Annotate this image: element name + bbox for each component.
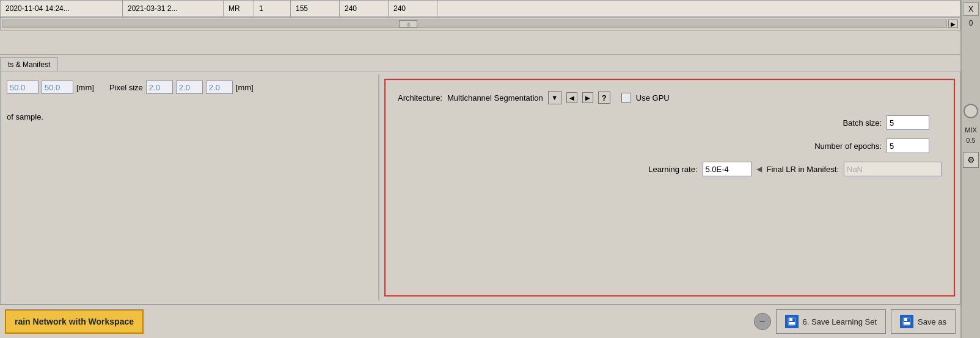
final-lr-label: Final LR in Manifest: [767,165,839,174]
scrollbar-track[interactable]: ||| [2,20,947,28]
batch-row: Batch size: [398,115,942,130]
svg-rect-1 [789,318,792,321]
save-as-button[interactable]: Save as [891,309,956,334]
gpu-label: Use GPU [636,93,670,102]
thumb-grip: ||| [406,21,410,27]
arch-box: Architecture: Multichannel Segmentation … [384,79,955,297]
col-155: 155 [291,1,340,16]
pixel-unit: [mm] [236,83,254,92]
train-btn-label: rain Network with Workspace [15,317,134,326]
svg-rect-5 [904,322,910,325]
right-circle-btn[interactable] [964,104,978,118]
epochs-input[interactable] [887,138,929,153]
size-row: [mm] Pixel size [mm] [7,81,361,94]
empty-area [0,31,960,55]
tab-bar: ts & Manifest [0,55,960,71]
train-network-button[interactable]: rain Network with Workspace [5,309,144,334]
right-panel: X 0 MIX 0.5 ⚙ [960,0,980,338]
vertical-separator [378,74,379,301]
col-1: 1 [254,1,291,16]
zero-value: 0 [969,19,973,27]
save-as-icon [900,315,913,328]
minus-button[interactable]: − [754,313,771,330]
close-icon: X [968,5,973,13]
mix-label: MIX [965,126,977,134]
lr-input[interactable] [703,162,751,176]
save-as-label: Save as [918,317,946,326]
size-unit: [mm] [76,83,94,92]
arch-nav-left[interactable]: ◀ [566,92,577,103]
mix-value: 0.5 [966,137,975,144]
gear-icon: ⚙ [967,155,975,165]
epochs-row: Number of epochs: [398,138,942,153]
size-input-2[interactable] [42,81,73,94]
horizontal-scrollbar[interactable]: ||| ▶ [0,17,960,31]
lr-row: Learning rate: ◀ Final LR in Manifest: [398,162,942,176]
col-date1: 2020-11-04 14:24... [1,1,123,16]
arch-value: Multichannel Segmentation [447,93,543,102]
col-240b: 240 [389,1,437,16]
lr-arrow-icon: ◀ [756,165,762,173]
svg-rect-2 [789,322,795,325]
save-learning-set-button[interactable]: 6. Save Learning Set [776,309,886,334]
scroll-right-arrow[interactable]: ▶ [948,20,958,28]
arch-nav-right[interactable]: ▶ [582,92,593,103]
gear-button[interactable]: ⚙ [963,152,979,168]
pixel-input-2[interactable] [176,81,203,94]
tab-manifest[interactable]: ts & Manifest [0,57,58,71]
arch-label: Architecture: [398,93,442,102]
final-lr-input [844,162,942,176]
pixel-size-label: Pixel size [109,83,143,92]
pixel-input-1[interactable] [146,81,173,94]
size-input-1[interactable] [7,81,38,94]
content-panel: [mm] Pixel size [mm] of sample. Architec… [0,71,960,304]
arch-dropdown-btn[interactable]: ▼ [548,91,561,104]
minus-icon: − [759,316,766,327]
col-date2: 2021-03-31 2... [123,1,224,16]
bottom-bar: rain Network with Workspace − 6. Save Le… [0,304,960,338]
arch-row: Architecture: Multichannel Segmentation … [398,91,942,104]
batch-input[interactable] [887,115,929,130]
arch-help-btn[interactable]: ? [598,92,610,104]
save-set-label: 6. Save Learning Set [803,317,877,326]
lr-label: Learning rate: [648,165,697,174]
sample-text: of sample. [7,112,361,121]
scrollbar-thumb[interactable]: ||| [399,20,417,27]
top-table: 2020-11-04 14:24... 2021-03-31 2... MR 1… [0,0,960,17]
batch-label: Batch size: [843,118,882,128]
save-set-icon [785,315,799,328]
svg-rect-4 [904,318,907,321]
left-fields-area: [mm] Pixel size [mm] of sample. [7,81,361,121]
close-x-button[interactable]: X [963,2,979,16]
epochs-label: Number of epochs: [814,142,882,151]
pixel-input-3[interactable] [206,81,233,94]
col-240a: 240 [340,1,389,16]
gpu-checkbox[interactable] [621,93,631,102]
col-mr: MR [224,1,254,16]
